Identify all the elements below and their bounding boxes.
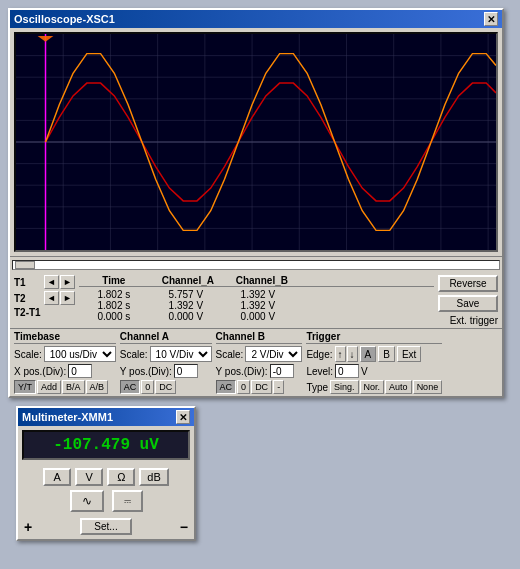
mm-set-button[interactable]: Set... [80,518,131,535]
timebase-scale-select[interactable]: 100 us/Div [44,346,116,362]
t2-left-btn[interactable]: ◄ [44,291,59,305]
trigger-auto-button[interactable]: Auto [385,380,412,394]
chb-dc-button[interactable]: DC [251,380,272,394]
cha-ypos-input[interactable] [174,364,198,378]
trigger-sing-button[interactable]: Sing. [330,380,359,394]
cha-scale-select[interactable]: 10 V/Div [150,346,212,362]
cha-scale-row: Scale: 10 V/Div [120,346,212,362]
t1-right-btn[interactable]: ► [60,275,75,289]
mode-ba-button[interactable]: B/A [62,380,85,394]
trigger-none-button[interactable]: None [413,380,443,394]
trigger-chan-a-button[interactable]: A [360,346,377,362]
oscilloscope-window: Oscilloscope-XSC1 ✕ [8,8,504,398]
trigger-rise-button[interactable]: ↑ [335,346,346,362]
chb-zero-button[interactable]: 0 [237,380,250,394]
chb-scale-row: Scale: 2 V/Div [216,346,303,362]
save-button[interactable]: Save [438,295,498,312]
scroll-thumb[interactable] [15,261,35,269]
mode-yt-button[interactable]: Y/T [14,380,36,394]
mm-close-button[interactable]: ✕ [176,410,190,424]
svg-marker-21 [38,36,54,42]
t1-nav-buttons[interactable]: ◄ ► [44,275,75,289]
mm-db-button[interactable]: dB [139,468,168,486]
channel-b-section: Channel B Scale: 2 V/Div Y pos.(Div): AC… [216,331,303,394]
t2-values-row: 1.802 s 1.392 V 1.392 V [79,300,434,311]
mm-amp-button[interactable]: A [43,468,71,486]
t1-chb-val: 1.392 V [223,289,293,300]
timebase-title: Timebase [14,331,116,344]
t2-label: T2 [14,293,42,304]
trigger-chan-b-button[interactable]: B [378,346,395,362]
chb-coupling-buttons: AC 0 DC - [216,380,303,394]
t2-right-btn[interactable]: ► [60,291,75,305]
trigger-edge-row: Edge: ↑ ↓ A B Ext [306,346,442,362]
t2t1-chb-val: 0.000 V [223,311,293,322]
chb-scale-select[interactable]: 2 V/Div [245,346,302,362]
channel-a-section: Channel A Scale: 10 V/Div Y pos.(Div): A… [120,331,212,394]
mm-plus-symbol: + [24,519,32,535]
mm-title-bar: Multimeter-XMM1 ✕ [18,408,194,426]
t2t1-row: T2-T1 [14,307,75,318]
osc-close-button[interactable]: ✕ [484,12,498,26]
scroll-track[interactable] [12,260,500,270]
chb-inv-button[interactable]: - [273,380,284,394]
trigger-chan-ext-button[interactable]: Ext [397,346,421,362]
ext-trigger-label: Ext. trigger [450,315,498,326]
mm-ac-wave-button[interactable]: ∿ [70,490,104,512]
mode-ab-button[interactable]: A/B [86,380,109,394]
mm-ohm-button[interactable]: Ω [107,468,135,486]
osc-screen [14,32,498,252]
cha-header: Channel_A [153,275,223,286]
mm-bottom-row: + Set... − [18,514,194,539]
t2-cha-val: 1.392 V [151,300,221,311]
t2-nav-buttons[interactable]: ◄ ► [44,291,75,305]
t1-time-val: 1.802 s [79,289,149,300]
trigger-type-label: Type [306,382,328,393]
cha-dc-button[interactable]: DC [155,380,176,394]
osc-scrollbar[interactable] [10,256,502,272]
trigger-fall-button[interactable]: ↓ [347,346,358,362]
mm-measure-buttons: A V Ω dB [18,464,194,488]
chb-ypos-input[interactable] [270,364,294,378]
timebase-scale-label: Scale: [14,349,42,360]
trigger-edge-buttons: ↑ ↓ [335,346,358,362]
measurement-table: T1 ◄ ► T2 ◄ ► T2-T1 Time Channel_A [10,272,502,328]
t2-time-val: 1.802 s [79,300,149,311]
chb-ac-button[interactable]: AC [216,380,237,394]
mm-volt-button[interactable]: V [75,468,103,486]
t2-nav-row: T2 ◄ ► [14,291,75,305]
t1-nav-row: T1 ◄ ► [14,275,75,289]
osc-title: Oscilloscope-XSC1 [14,13,115,25]
meas-action-area: Reverse Save Ext. trigger [438,275,498,326]
mode-add-button[interactable]: Add [37,380,61,394]
t1-cha-val: 5.757 V [151,289,221,300]
t1-left-btn[interactable]: ◄ [44,275,59,289]
chb-ypos-label: Y pos.(Div): [216,366,268,377]
trigger-type-buttons: Sing. Nor. Auto None [330,380,442,394]
cha-ac-button[interactable]: AC [120,380,141,394]
meas-header-row: Time Channel_A Channel_B [79,275,434,287]
reverse-button[interactable]: Reverse [438,275,498,292]
trigger-title: Trigger [306,331,442,344]
osc-waveform-display [16,34,496,250]
channel-controls: Timebase Scale: 100 us/Div X pos.(Div): … [10,328,502,396]
mm-dc-wave-button[interactable]: ⎓ [112,490,143,512]
chb-scale-label: Scale: [216,349,244,360]
channel-a-title: Channel A [120,331,212,344]
cha-zero-button[interactable]: 0 [141,380,154,394]
trigger-level-input[interactable] [335,364,359,378]
timebase-scale-row: Scale: 100 us/Div [14,346,116,362]
trigger-edge-label: Edge: [306,349,332,360]
cha-scale-label: Scale: [120,349,148,360]
meas-values-area: Time Channel_A Channel_B 1.802 s 5.757 V… [79,275,434,322]
osc-title-bar: Oscilloscope-XSC1 ✕ [10,10,502,28]
t2t1-label: T2-T1 [14,307,42,318]
trigger-section: Trigger Edge: ↑ ↓ A B Ext Level: V Type … [306,331,442,394]
cha-ypos-row: Y pos.(Div): [120,364,212,378]
cha-coupling-buttons: AC 0 DC [120,380,212,394]
t2t1-values-row: 0.000 s 0.000 V 0.000 V [79,311,434,322]
timebase-xpos-input[interactable] [68,364,92,378]
trigger-nor-button[interactable]: Nor. [360,380,385,394]
time-header: Time [79,275,149,286]
mm-wave-buttons: ∿ ⎓ [18,488,194,514]
